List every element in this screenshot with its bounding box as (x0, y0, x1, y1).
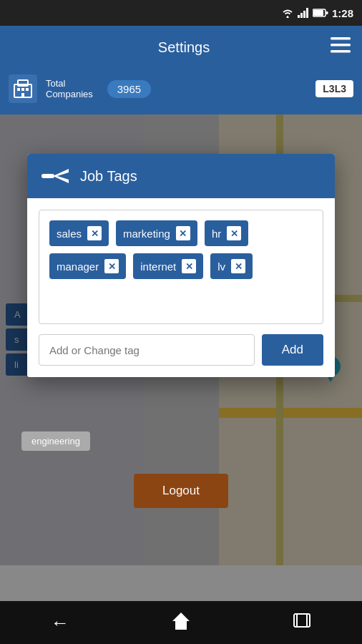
stats-value: 3965 (107, 80, 151, 98)
svg-rect-7 (326, 11, 328, 14)
signal-icon (298, 8, 309, 18)
tag-remove-manager[interactable]: ✕ (104, 259, 119, 273)
tag-chip-hr[interactable]: hr ✕ (205, 220, 248, 246)
svg-rect-21 (41, 174, 54, 178)
tag-label-lv: lv (217, 260, 225, 273)
battery-icon (313, 9, 328, 17)
svg-marker-20 (53, 169, 69, 183)
blue-divider (0, 109, 362, 114)
company-icon (9, 74, 37, 103)
svg-point-0 (287, 16, 288, 17)
back-button[interactable] (41, 165, 69, 187)
svg-marker-22 (172, 613, 190, 630)
svg-rect-13 (17, 88, 20, 91)
status-icons: 1:28 (281, 7, 353, 19)
status-time: 1:28 (332, 7, 353, 19)
tag-chip-manager[interactable]: manager ✕ (49, 253, 126, 279)
tags-container: sales ✕ marketing ✕ hr ✕ manager ✕ (39, 210, 323, 324)
total-label: Total (46, 78, 93, 89)
tag-remove-internet[interactable]: ✕ (182, 259, 196, 273)
modal-body: sales ✕ marketing ✕ hr ✕ manager ✕ (27, 198, 335, 377)
engineering-tag: engineering (21, 431, 90, 451)
tag-remove-lv[interactable]: ✕ (231, 259, 245, 273)
bg-content: A s li engineering Logout Job Tags sale (0, 114, 362, 565)
stats-bar: Total Companies 3965 L3L3 (0, 69, 362, 109)
wifi-icon (281, 8, 294, 18)
header-title: Settings (37, 39, 331, 56)
add-tag-button[interactable]: Add (262, 334, 323, 366)
nav-bar: ← (0, 601, 362, 644)
tag-label-internet: internet (140, 260, 176, 273)
tag-label-marketing: marketing (123, 228, 170, 240)
stats-code: L3L3 (315, 80, 353, 97)
nav-home-button[interactable] (171, 611, 191, 634)
svg-rect-6 (313, 10, 323, 16)
svg-rect-10 (331, 50, 351, 53)
tag-chip-sales[interactable]: sales ✕ (49, 220, 109, 246)
nav-back-button[interactable]: ← (51, 612, 69, 634)
tag-remove-hr[interactable]: ✕ (227, 226, 241, 240)
svg-rect-16 (21, 93, 24, 97)
nav-recent-button[interactable] (293, 613, 311, 633)
add-tag-row: Add (39, 334, 323, 366)
modal-title: Job Tags (80, 168, 137, 185)
job-tags-modal: Job Tags sales ✕ marketing ✕ hr ✕ (27, 154, 335, 377)
svg-rect-8 (331, 37, 351, 40)
modal-header: Job Tags (27, 154, 335, 198)
back-arrow-icon (41, 165, 69, 187)
svg-rect-1 (298, 15, 300, 18)
tag-remove-sales[interactable]: ✕ (87, 226, 102, 240)
svg-rect-9 (331, 44, 351, 47)
svg-rect-14 (21, 88, 24, 91)
add-tag-input[interactable] (39, 334, 255, 366)
logout-button[interactable]: Logout (134, 474, 228, 508)
tag-label-hr: hr (212, 228, 221, 240)
status-bar: 1:28 (0, 0, 362, 26)
tag-label-manager: manager (57, 260, 99, 273)
tag-remove-marketing[interactable]: ✕ (176, 226, 190, 240)
svg-rect-3 (303, 11, 305, 18)
svg-rect-4 (306, 8, 308, 18)
app-header: Settings (0, 26, 362, 69)
tag-chip-marketing[interactable]: marketing ✕ (116, 220, 197, 246)
companies-label: Companies (46, 89, 93, 99)
tag-label-sales: sales (57, 228, 82, 240)
svg-rect-15 (26, 88, 29, 91)
svg-rect-2 (300, 13, 303, 18)
tag-chip-internet[interactable]: internet ✕ (133, 253, 203, 279)
hamburger-icon[interactable] (331, 37, 351, 57)
tag-chip-lv[interactable]: lv ✕ (210, 253, 253, 279)
